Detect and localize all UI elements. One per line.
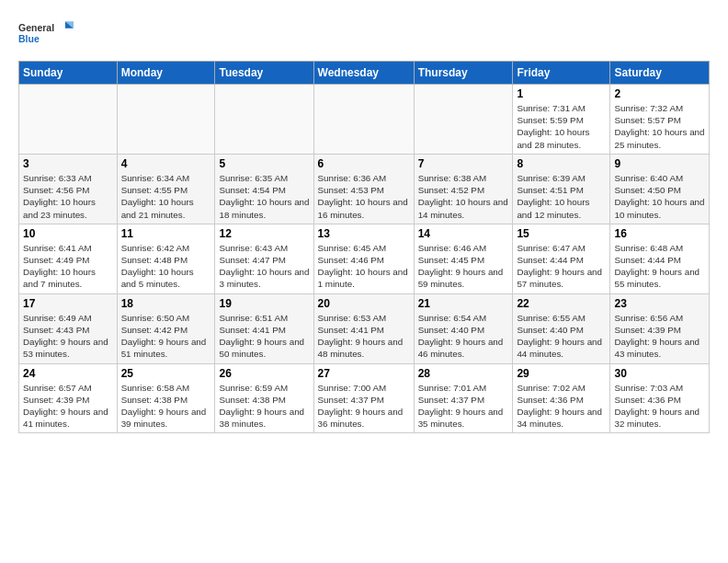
calendar-week-row: 10Sunrise: 6:41 AM Sunset: 4:49 PM Dayli…	[19, 224, 710, 293]
day-number: 4	[121, 157, 211, 170]
day-number: 21	[418, 297, 509, 310]
day-number: 8	[517, 157, 606, 170]
day-number: 19	[219, 297, 309, 310]
calendar-cell: 25Sunrise: 6:58 AM Sunset: 4:38 PM Dayli…	[117, 363, 215, 433]
day-info: Sunrise: 6:50 AM Sunset: 4:42 PM Dayligh…	[121, 312, 211, 361]
weekday-header: Monday	[117, 62, 215, 85]
day-number: 22	[517, 297, 606, 310]
weekday-header: Tuesday	[215, 62, 313, 85]
weekday-header: Sunday	[19, 62, 118, 85]
day-number: 25	[121, 367, 211, 380]
weekday-header: Friday	[513, 62, 610, 85]
day-info: Sunrise: 6:39 AM Sunset: 4:51 PM Dayligh…	[517, 172, 606, 221]
day-info: Sunrise: 6:57 AM Sunset: 4:39 PM Dayligh…	[23, 382, 113, 431]
calendar-cell	[313, 85, 414, 155]
calendar-cell: 5Sunrise: 6:35 AM Sunset: 4:54 PM Daylig…	[215, 154, 313, 224]
day-info: Sunrise: 6:45 AM Sunset: 4:46 PM Dayligh…	[318, 242, 410, 291]
day-number: 15	[517, 227, 606, 240]
calendar-cell: 27Sunrise: 7:00 AM Sunset: 4:37 PM Dayli…	[313, 363, 414, 433]
header-row: SundayMondayTuesdayWednesdayThursdayFrid…	[19, 62, 710, 85]
day-info: Sunrise: 6:43 AM Sunset: 4:47 PM Dayligh…	[219, 242, 309, 291]
day-number: 13	[318, 227, 410, 240]
day-number: 24	[23, 367, 113, 380]
calendar-cell: 6Sunrise: 6:36 AM Sunset: 4:53 PM Daylig…	[313, 154, 414, 224]
day-info: Sunrise: 6:53 AM Sunset: 4:41 PM Dayligh…	[318, 312, 410, 361]
day-info: Sunrise: 7:31 AM Sunset: 5:59 PM Dayligh…	[517, 102, 606, 151]
page: General Blue SundayMondayTuesdayWednesda…	[0, 0, 728, 442]
calendar-cell: 13Sunrise: 6:45 AM Sunset: 4:46 PM Dayli…	[313, 224, 414, 293]
day-info: Sunrise: 6:34 AM Sunset: 4:55 PM Dayligh…	[121, 172, 211, 221]
day-number: 27	[318, 367, 410, 380]
day-info: Sunrise: 6:33 AM Sunset: 4:56 PM Dayligh…	[23, 172, 113, 221]
day-info: Sunrise: 6:47 AM Sunset: 4:44 PM Dayligh…	[517, 242, 606, 291]
day-info: Sunrise: 6:56 AM Sunset: 4:39 PM Dayligh…	[614, 312, 705, 361]
calendar-cell: 10Sunrise: 6:41 AM Sunset: 4:49 PM Dayli…	[19, 224, 118, 293]
day-number: 3	[23, 157, 113, 170]
calendar-cell: 12Sunrise: 6:43 AM Sunset: 4:47 PM Dayli…	[215, 224, 313, 293]
calendar-week-row: 1Sunrise: 7:31 AM Sunset: 5:59 PM Daylig…	[19, 85, 710, 155]
day-number: 17	[23, 297, 113, 310]
calendar-cell: 17Sunrise: 6:49 AM Sunset: 4:43 PM Dayli…	[19, 293, 118, 363]
day-number: 28	[418, 367, 509, 380]
calendar-cell: 30Sunrise: 7:03 AM Sunset: 4:36 PM Dayli…	[610, 363, 710, 433]
day-info: Sunrise: 7:32 AM Sunset: 5:57 PM Dayligh…	[614, 102, 705, 151]
calendar-cell: 29Sunrise: 7:02 AM Sunset: 4:36 PM Dayli…	[513, 363, 610, 433]
calendar-cell: 24Sunrise: 6:57 AM Sunset: 4:39 PM Dayli…	[19, 363, 118, 433]
day-info: Sunrise: 7:02 AM Sunset: 4:36 PM Dayligh…	[517, 382, 606, 431]
day-number: 7	[418, 157, 509, 170]
day-info: Sunrise: 6:55 AM Sunset: 4:40 PM Dayligh…	[517, 312, 606, 361]
day-number: 9	[614, 157, 705, 170]
calendar-cell: 28Sunrise: 7:01 AM Sunset: 4:37 PM Dayli…	[414, 363, 513, 433]
day-info: Sunrise: 6:59 AM Sunset: 4:38 PM Dayligh…	[219, 382, 309, 431]
day-number: 5	[219, 157, 309, 170]
day-info: Sunrise: 6:38 AM Sunset: 4:52 PM Dayligh…	[418, 172, 509, 221]
svg-text:Blue: Blue	[18, 33, 40, 44]
header: General Blue	[18, 15, 710, 52]
calendar-cell	[117, 85, 215, 155]
day-number: 23	[614, 297, 705, 310]
day-info: Sunrise: 6:36 AM Sunset: 4:53 PM Dayligh…	[318, 172, 410, 221]
calendar-cell	[414, 85, 513, 155]
logo-svg: General Blue	[18, 15, 74, 52]
day-info: Sunrise: 6:46 AM Sunset: 4:45 PM Dayligh…	[418, 242, 509, 291]
weekday-header: Wednesday	[313, 62, 414, 85]
calendar-cell: 15Sunrise: 6:47 AM Sunset: 4:44 PM Dayli…	[513, 224, 610, 293]
day-number: 1	[517, 87, 606, 100]
day-info: Sunrise: 6:58 AM Sunset: 4:38 PM Dayligh…	[121, 382, 211, 431]
calendar-cell: 2Sunrise: 7:32 AM Sunset: 5:57 PM Daylig…	[610, 85, 710, 155]
calendar-cell: 3Sunrise: 6:33 AM Sunset: 4:56 PM Daylig…	[19, 154, 118, 224]
day-info: Sunrise: 6:40 AM Sunset: 4:50 PM Dayligh…	[614, 172, 705, 221]
day-info: Sunrise: 7:03 AM Sunset: 4:36 PM Dayligh…	[614, 382, 705, 431]
calendar-cell: 4Sunrise: 6:34 AM Sunset: 4:55 PM Daylig…	[117, 154, 215, 224]
calendar-week-row: 17Sunrise: 6:49 AM Sunset: 4:43 PM Dayli…	[19, 293, 710, 363]
day-info: Sunrise: 6:42 AM Sunset: 4:48 PM Dayligh…	[121, 242, 211, 291]
calendar-cell: 8Sunrise: 6:39 AM Sunset: 4:51 PM Daylig…	[513, 154, 610, 224]
calendar-cell	[19, 85, 118, 155]
calendar-cell: 18Sunrise: 6:50 AM Sunset: 4:42 PM Dayli…	[117, 293, 215, 363]
calendar-cell: 26Sunrise: 6:59 AM Sunset: 4:38 PM Dayli…	[215, 363, 313, 433]
weekday-header: Saturday	[610, 62, 710, 85]
day-number: 10	[23, 227, 113, 240]
logo: General Blue	[18, 15, 74, 52]
day-number: 11	[121, 227, 211, 240]
day-number: 6	[318, 157, 410, 170]
day-number: 30	[614, 367, 705, 380]
day-info: Sunrise: 7:00 AM Sunset: 4:37 PM Dayligh…	[318, 382, 410, 431]
day-number: 29	[517, 367, 606, 380]
day-info: Sunrise: 6:48 AM Sunset: 4:44 PM Dayligh…	[614, 242, 705, 291]
calendar-cell: 22Sunrise: 6:55 AM Sunset: 4:40 PM Dayli…	[513, 293, 610, 363]
day-info: Sunrise: 6:35 AM Sunset: 4:54 PM Dayligh…	[219, 172, 309, 221]
calendar-cell: 11Sunrise: 6:42 AM Sunset: 4:48 PM Dayli…	[117, 224, 215, 293]
calendar-cell: 7Sunrise: 6:38 AM Sunset: 4:52 PM Daylig…	[414, 154, 513, 224]
calendar-cell: 1Sunrise: 7:31 AM Sunset: 5:59 PM Daylig…	[513, 85, 610, 155]
calendar-cell: 21Sunrise: 6:54 AM Sunset: 4:40 PM Dayli…	[414, 293, 513, 363]
day-info: Sunrise: 6:41 AM Sunset: 4:49 PM Dayligh…	[23, 242, 113, 291]
calendar-table: SundayMondayTuesdayWednesdayThursdayFrid…	[18, 61, 710, 433]
calendar-cell: 16Sunrise: 6:48 AM Sunset: 4:44 PM Dayli…	[610, 224, 710, 293]
calendar-week-row: 3Sunrise: 6:33 AM Sunset: 4:56 PM Daylig…	[19, 154, 710, 224]
day-number: 18	[121, 297, 211, 310]
day-number: 12	[219, 227, 309, 240]
calendar-cell: 14Sunrise: 6:46 AM Sunset: 4:45 PM Dayli…	[414, 224, 513, 293]
day-number: 26	[219, 367, 309, 380]
calendar-cell	[215, 85, 313, 155]
